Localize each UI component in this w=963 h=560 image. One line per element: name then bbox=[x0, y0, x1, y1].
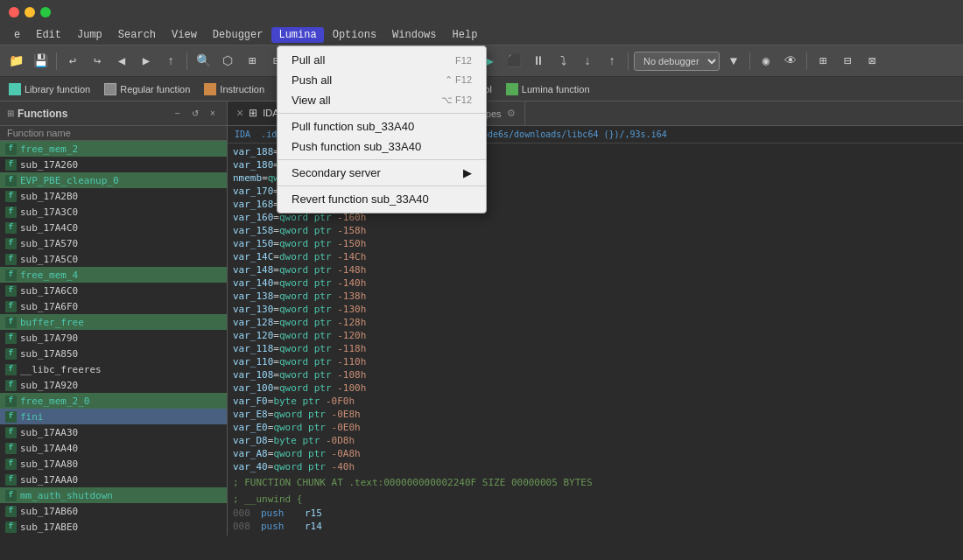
legend-color-regular bbox=[104, 83, 116, 95]
menu-item-options[interactable]: Options bbox=[326, 27, 383, 43]
list-item[interactable]: f sub_17A4C0 bbox=[0, 220, 227, 235]
toolbar-layout-2[interactable]: ⊟ bbox=[837, 51, 858, 72]
menu-item-view[interactable]: View bbox=[165, 27, 204, 43]
list-item[interactable]: f sub_17ABE0 bbox=[0, 519, 227, 535]
close-button[interactable] bbox=[9, 7, 19, 18]
panel-ctrl-minus[interactable]: − bbox=[171, 107, 185, 121]
func-type-icon: f bbox=[5, 175, 17, 186]
menu-item-lumina[interactable]: Lumina bbox=[271, 27, 323, 43]
dropdown-label-view-all: View all bbox=[292, 94, 331, 107]
legend-label-library: Library function bbox=[25, 84, 90, 94]
dropdown-item-push-func[interactable]: Push function sub_33A40 bbox=[278, 136, 486, 157]
toolbar-debug-pause[interactable]: ⏸ bbox=[528, 51, 549, 72]
list-item[interactable]: f sub_17AA40 bbox=[0, 440, 227, 456]
list-item[interactable]: f mm_auth_shutdown bbox=[0, 487, 227, 503]
tab-close-icon[interactable]: × bbox=[236, 106, 243, 120]
panel-ctrl-refresh[interactable]: ↺ bbox=[188, 107, 202, 121]
func-type-icon: f bbox=[5, 364, 17, 375]
function-col-header: Function name bbox=[0, 126, 227, 141]
list-item[interactable]: f __libc_freeres bbox=[0, 361, 227, 377]
menu-item-search[interactable]: Search bbox=[111, 27, 163, 43]
var-line: var_158= qword ptr -158h bbox=[233, 224, 958, 237]
menu-item-debugger[interactable]: Debugger bbox=[206, 27, 271, 43]
menu-item-edit[interactable]: Edit bbox=[29, 27, 68, 43]
menu-item-e[interactable]: e bbox=[7, 27, 27, 43]
toolbar-layout-3[interactable]: ⊠ bbox=[861, 51, 882, 72]
list-item[interactable]: f sub_17AAA0 bbox=[0, 472, 227, 487]
func-type-icon: f bbox=[5, 301, 17, 312]
func-type-icon: f bbox=[5, 332, 17, 344]
dropdown-item-revert-func[interactable]: Revert function sub_33A40 bbox=[278, 189, 486, 209]
list-item[interactable]: f EVP_PBE_cleanup_0 bbox=[0, 172, 227, 188]
toolbar-step-out[interactable]: ↑ bbox=[601, 51, 622, 72]
var-line: var_150= qword ptr -150h bbox=[233, 237, 958, 250]
toolbar-ref-btn[interactable]: ⊞ bbox=[242, 51, 263, 72]
dropdown-item-secondary-server[interactable]: Secondary server ▶ bbox=[278, 163, 486, 183]
dropdown-item-push-all[interactable]: Push all ⌃ F12 bbox=[278, 70, 486, 90]
dropdown-item-pull-func[interactable]: Pull function sub_33A40 bbox=[278, 116, 486, 136]
function-list[interactable]: f free_mem_2 f sub_17A260 f EVP_PBE_clea… bbox=[0, 141, 227, 536]
list-item[interactable]: f sub_17A3C0 bbox=[0, 204, 227, 220]
debugger-select[interactable]: No debugger bbox=[634, 52, 720, 71]
toolbar-nav-up[interactable]: ↑ bbox=[160, 51, 181, 72]
menu-item-help[interactable]: Help bbox=[446, 27, 485, 43]
legend-color-library bbox=[9, 83, 21, 95]
dropdown-item-view-all[interactable]: View all ⌥ F12 bbox=[278, 90, 486, 110]
toolbar-nav-fwd[interactable]: ▶ bbox=[136, 51, 157, 72]
list-item[interactable]: f sub_17AC00 bbox=[0, 535, 227, 536]
toolbar-debug-stop[interactable]: ⬛ bbox=[503, 51, 524, 72]
list-item[interactable]: f sub_17A570 bbox=[0, 235, 227, 251]
maximize-button[interactable] bbox=[40, 7, 51, 18]
func-type-icon: f bbox=[5, 396, 17, 407]
minimize-button[interactable] bbox=[25, 7, 35, 18]
list-item[interactable]: f free_mem_2_0 bbox=[0, 393, 227, 409]
toolbar-hex-btn[interactable]: ⬡ bbox=[217, 51, 238, 72]
panel-ctrl-close[interactable]: × bbox=[206, 107, 220, 121]
dropdown-label-pull-all: Pull all bbox=[292, 53, 325, 66]
func-type-icon: f bbox=[5, 458, 17, 470]
menu-item-windows[interactable]: Windows bbox=[385, 27, 443, 43]
toolbar-save-btn[interactable]: 💾 bbox=[30, 51, 51, 72]
toolbar-redo-btn[interactable]: ↪ bbox=[87, 51, 108, 72]
func-type-icon: f bbox=[5, 348, 17, 360]
local-types-settings-icon[interactable]: ⚙ bbox=[507, 108, 516, 119]
func-name: sub_17AAA0 bbox=[20, 474, 78, 486]
toolbar-nav-back[interactable]: ◀ bbox=[111, 51, 132, 72]
list-item[interactable]: f sub_17AA30 bbox=[0, 424, 227, 440]
legend-label-regular: Regular function bbox=[120, 84, 190, 94]
toolbar-undo-btn[interactable]: ↩ bbox=[62, 51, 83, 72]
toolbar-debugger-dropdown[interactable]: ▼ bbox=[723, 51, 744, 72]
list-item[interactable]: f fini bbox=[0, 409, 227, 424]
traffic-lights bbox=[9, 7, 51, 18]
list-item[interactable]: f free_mem_4 bbox=[0, 267, 227, 283]
list-item[interactable]: f sub_17AA80 bbox=[0, 456, 227, 472]
func-name: free_mem_4 bbox=[20, 270, 78, 281]
list-item[interactable]: f sub_17A6F0 bbox=[0, 298, 227, 314]
list-item[interactable]: f sub_17A260 bbox=[0, 157, 227, 172]
menu-item-jump[interactable]: Jump bbox=[70, 27, 109, 43]
list-item[interactable]: f free_mem_2 bbox=[0, 141, 227, 157]
toolbar-step-in[interactable]: ↓ bbox=[577, 51, 598, 72]
func-type-icon: f bbox=[5, 206, 17, 218]
list-item[interactable]: f buffer_free bbox=[0, 314, 227, 330]
toolbar-bp-btn[interactable]: ◉ bbox=[756, 51, 777, 72]
toolbar-watch-btn[interactable]: 👁 bbox=[780, 51, 801, 72]
toolbar-open-btn[interactable]: 📁 bbox=[5, 51, 26, 72]
list-item[interactable]: f sub_17A850 bbox=[0, 346, 227, 361]
toolbar-step-over[interactable]: ⤵ bbox=[552, 51, 573, 72]
func-type-icon: f bbox=[5, 270, 17, 281]
toolbar-layout-1[interactable]: ⊞ bbox=[812, 51, 833, 72]
list-item[interactable]: f sub_17A790 bbox=[0, 330, 227, 346]
list-item[interactable]: f sub_17A5C0 bbox=[0, 251, 227, 267]
toolbar-search-btn[interactable]: 🔍 bbox=[193, 51, 214, 72]
list-item[interactable]: f sub_17AB60 bbox=[0, 503, 227, 519]
menubar: e Edit Jump Search View Debugger Lumina … bbox=[0, 24, 963, 46]
list-item[interactable]: f sub_17A2B0 bbox=[0, 188, 227, 204]
func-name: sub_17A850 bbox=[20, 348, 78, 360]
dropdown-item-pull-all[interactable]: Pull all F12 bbox=[278, 50, 486, 70]
list-item[interactable]: f sub_17A920 bbox=[0, 377, 227, 393]
func-type-icon: f bbox=[5, 159, 17, 171]
list-item[interactable]: f sub_17A6C0 bbox=[0, 283, 227, 298]
legend-label-lumina: Lumina function bbox=[522, 84, 590, 94]
func-name: mm_auth_shutdown bbox=[20, 490, 113, 501]
